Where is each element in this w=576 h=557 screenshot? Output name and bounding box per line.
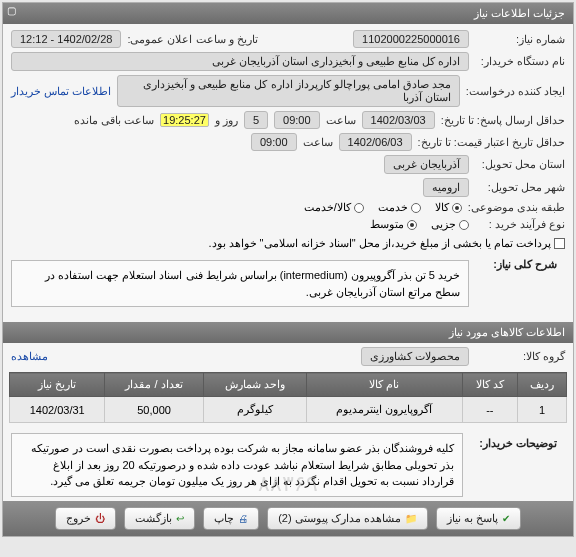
exit-button[interactable]: ⏻خروج [55, 507, 116, 530]
button-bar: ✔پاسخ به نیاز 📁مشاهده مدارک پیوستی (2) 🖨… [3, 501, 573, 536]
remaining-label: ساعت باقی مانده [74, 114, 154, 127]
print-button[interactable]: 🖨چاپ [203, 507, 259, 530]
folder-icon: 📁 [405, 513, 417, 524]
time-label-1: ساعت [326, 114, 356, 127]
back-button[interactable]: ↩بازگشت [124, 507, 195, 530]
cat-service-radio[interactable]: خدمت [378, 201, 421, 214]
radio-icon [459, 220, 469, 230]
radio-checked-icon [407, 220, 417, 230]
days-value: 5 [244, 111, 268, 129]
price-valid-time: 09:00 [251, 133, 297, 151]
radio-checked-icon [452, 203, 462, 213]
radio-icon [411, 203, 421, 213]
view-link[interactable]: مشاهده [11, 350, 48, 363]
exec-province-value: آذربایجان غربی [384, 155, 469, 174]
cell-qty: 50,000 [105, 397, 203, 423]
th-unit: واحد شمارش [203, 373, 306, 397]
form-area: شماره نیاز: 1102000225000016 تاریخ و ساع… [3, 24, 573, 319]
radio-icon [354, 203, 364, 213]
group-value: محصولات کشاورزی [361, 347, 469, 366]
exec-province-label: استان محل تحویل: [475, 158, 565, 171]
th-date: تاریخ نیاز [10, 373, 105, 397]
cell-code: -- [462, 397, 517, 423]
category-label: طبقه بندی موضوعی: [468, 201, 565, 214]
collapse-icon[interactable]: ▢ [7, 5, 16, 16]
desc-label: شرح کلی نیاز: [475, 254, 565, 273]
pay-checkbox[interactable]: پرداخت تمام یا بخشی از مبلغ خرید،از محل … [208, 237, 565, 250]
category-radio-group: کالا خدمت کالا/خدمت [304, 201, 462, 214]
desc-text: خرید 5 تن بذر آگروپیرون (intermedium) بر… [11, 260, 469, 307]
check-icon: ✔ [502, 513, 510, 524]
cell-row: 1 [517, 397, 566, 423]
time-label-2: ساعت [303, 136, 333, 149]
deadline-date: 1402/03/03 [362, 111, 435, 129]
buyer-org-value: اداره کل منابع طبیعی و آبخیزداری استان آ… [11, 52, 469, 71]
deadline-label: حداقل ارسال پاسخ: تا تاریخ: [441, 114, 565, 127]
remaining-time: 19:25:27 [160, 113, 209, 127]
price-valid-label: حداقل تاریخ اعتبار قیمت: تا تاریخ: [418, 136, 565, 149]
deadline-time: 09:00 [274, 111, 320, 129]
contact-link[interactable]: اطلاعات تماس خریدار [11, 85, 111, 98]
cell-unit: کیلوگرم [203, 397, 306, 423]
respond-button[interactable]: ✔پاسخ به نیاز [436, 507, 521, 530]
announce-label: تاریخ و ساعت اعلان عمومی: [127, 33, 257, 46]
panel-header: جزئیات اطلاعات نیاز ▢ [3, 3, 573, 24]
buyer-org-label: نام دستگاه خریدار: [475, 55, 565, 68]
proc-small-radio[interactable]: جزیی [431, 218, 469, 231]
cat-both-radio[interactable]: کالا/خدمت [304, 201, 364, 214]
announce-value: 1402/02/28 - 12:12 [11, 30, 121, 48]
need-no-value: 1102000225000016 [353, 30, 469, 48]
cell-name: آگروپایرون اینترمدیوم [306, 397, 462, 423]
checkbox-icon [554, 238, 565, 249]
city-label: شهر محل تحویل: [475, 181, 565, 194]
need-details-panel: جزئیات اطلاعات نیاز ▢ شماره نیاز: 110200… [2, 2, 574, 537]
th-qty: تعداد / مقدار [105, 373, 203, 397]
creator-value: مجد صادق امامی پوراچالو کارپرداز اداره ک… [117, 75, 460, 107]
buyer-notes-text: کلیه فروشندگان بذر عضو سامانه مجاز به شر… [11, 433, 463, 497]
table-row[interactable]: 1 -- آگروپایرون اینترمدیوم کیلوگرم 50,00… [10, 397, 567, 423]
cat-goods-radio[interactable]: کالا [435, 201, 462, 214]
th-row: ردیف [517, 373, 566, 397]
panel-title: جزئیات اطلاعات نیاز [474, 7, 565, 19]
table-header-row: ردیف کد کالا نام کالا واحد شمارش تعداد /… [10, 373, 567, 397]
buyer-notes-label: توضیحات خریدار: [471, 433, 565, 452]
items-table: ردیف کد کالا نام کالا واحد شمارش تعداد /… [9, 372, 567, 423]
group-label: گروه کالا: [475, 350, 565, 363]
attachments-button[interactable]: 📁مشاهده مدارک پیوستی (2) [267, 507, 428, 530]
and-label: روز و [215, 114, 238, 127]
print-icon: 🖨 [238, 513, 248, 524]
proc-medium-radio[interactable]: متوسط [370, 218, 417, 231]
items-header: اطلاعات کالاهای مورد نیاز [3, 322, 573, 343]
need-no-label: شماره نیاز: [475, 33, 565, 46]
th-code: کد کالا [462, 373, 517, 397]
process-radio-group: جزیی متوسط [370, 218, 469, 231]
cell-date: 1402/03/31 [10, 397, 105, 423]
price-valid-date: 1402/06/03 [339, 133, 412, 151]
back-icon: ↩ [176, 513, 184, 524]
exit-icon: ⏻ [95, 513, 105, 524]
creator-label: ایجاد کننده درخواست: [466, 85, 565, 98]
city-value: ارومیه [423, 178, 469, 197]
process-label: نوع فرآیند خرید : [475, 218, 565, 231]
th-name: نام کالا [306, 373, 462, 397]
